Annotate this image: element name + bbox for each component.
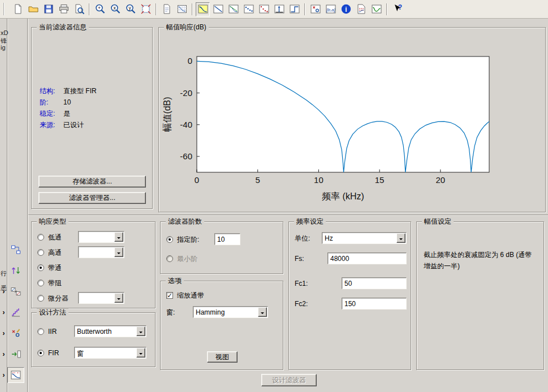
open-session-icon[interactable] bbox=[26, 2, 40, 16]
dropdown-button[interactable] bbox=[396, 233, 405, 243]
view-button[interactable]: 视图 bbox=[207, 351, 238, 363]
zoom-x-icon[interactable]: x bbox=[108, 2, 122, 16]
design-filter-icon[interactable] bbox=[7, 367, 24, 383]
clipped-text-fragment: xD bbox=[1, 29, 8, 36]
rail-row: › bbox=[0, 364, 28, 385]
pole-zero-editor-icon[interactable] bbox=[7, 325, 24, 341]
toolbar-grip[interactable] bbox=[3, 3, 6, 15]
whats-this-help-icon[interactable]: ? bbox=[390, 2, 404, 16]
response-option-differentiator[interactable]: 微分器 bbox=[37, 292, 152, 304]
highpass-type-dropdown[interactable] bbox=[78, 246, 124, 258]
panel-title: 响应类型 bbox=[37, 217, 68, 225]
set-quantization-parameters-icon[interactable] bbox=[7, 304, 24, 320]
magnitude-phase-icon[interactable] bbox=[226, 2, 240, 16]
import-filter-icon[interactable] bbox=[7, 346, 24, 362]
dropdown-button[interactable] bbox=[114, 232, 123, 242]
radio-iir[interactable] bbox=[37, 328, 44, 335]
fs-input[interactable] bbox=[327, 252, 407, 264]
expand-chevron-icon[interactable]: › bbox=[0, 288, 7, 295]
response-option-lowpass[interactable]: 低通 bbox=[37, 231, 152, 243]
radio-differentiator[interactable] bbox=[37, 295, 44, 302]
design-method-iir[interactable]: IIR Butterworth bbox=[37, 325, 152, 338]
radio-highpass[interactable] bbox=[37, 249, 44, 256]
fir-method-dropdown[interactable]: 窗 bbox=[74, 347, 146, 359]
phase-delay-icon[interactable] bbox=[257, 2, 271, 16]
panel-title: 滤波器阶数 bbox=[166, 217, 204, 225]
response-option-bandstop[interactable]: 带阻 bbox=[37, 277, 152, 289]
scale-passband-checkbox[interactable] bbox=[166, 292, 173, 299]
dropdown-value: 窗 bbox=[77, 349, 136, 359]
svg-text:i: i bbox=[345, 6, 347, 14]
x-axis-label: 频率 (kHz) bbox=[322, 191, 364, 201]
transform-filter-icon[interactable] bbox=[7, 284, 24, 299]
dropdown-button[interactable] bbox=[258, 307, 267, 317]
radio-lowpass[interactable] bbox=[37, 234, 44, 241]
legend-icon[interactable] bbox=[159, 2, 174, 16]
realize-model-icon[interactable] bbox=[7, 242, 24, 258]
filter-information-icon[interactable]: i bbox=[339, 2, 353, 16]
dropdown-button[interactable] bbox=[136, 348, 145, 358]
scale-passband-option[interactable]: 缩放通带 bbox=[166, 289, 279, 302]
expand-chevron-icon[interactable]: › bbox=[0, 371, 7, 379]
x-tick-label: 5 bbox=[256, 175, 260, 185]
dropdown-button[interactable] bbox=[136, 326, 145, 336]
expand-chevron-icon[interactable]: › bbox=[0, 308, 7, 316]
svg-text:[b,a]: [b,a] bbox=[326, 7, 335, 12]
window-dropdown[interactable]: Hamming bbox=[193, 306, 268, 318]
units-dropdown[interactable]: Hz bbox=[322, 232, 407, 244]
create-multirate-filter-icon[interactable] bbox=[7, 263, 24, 278]
group-delay-icon[interactable] bbox=[241, 2, 256, 16]
phase-response-icon[interactable] bbox=[211, 2, 225, 16]
design-method-fir[interactable]: FIR 窗 bbox=[37, 347, 152, 359]
magnitude-estimate-icon[interactable] bbox=[369, 2, 383, 16]
filter-specifications-icon[interactable] bbox=[354, 2, 368, 16]
design-filter-button[interactable]: 设计滤波器 bbox=[261, 374, 317, 386]
response-type-panel: 响应类型 低通 高通 带通 带阻 微分器 bbox=[31, 221, 156, 308]
impulse-response-icon[interactable] bbox=[272, 2, 286, 16]
zoom-y-icon[interactable]: y bbox=[123, 2, 137, 16]
magnitude-response-icon[interactable] bbox=[196, 2, 210, 16]
radio-label: 带通 bbox=[48, 263, 62, 273]
differentiator-type-dropdown[interactable] bbox=[78, 292, 124, 304]
iir-method-dropdown[interactable]: Butterworth bbox=[74, 325, 146, 337]
dropdown-button[interactable] bbox=[114, 293, 123, 303]
full-view-icon[interactable] bbox=[139, 2, 153, 16]
fc2-input[interactable] bbox=[342, 298, 407, 310]
response-option-highpass[interactable]: 高通 bbox=[37, 246, 152, 259]
radio-bandpass[interactable] bbox=[37, 264, 44, 271]
order-input[interactable] bbox=[214, 233, 240, 245]
dropdown-button[interactable] bbox=[114, 247, 123, 257]
radio-bandstop[interactable] bbox=[37, 280, 44, 286]
fc1-input[interactable] bbox=[342, 277, 407, 289]
store-filter-button[interactable]: 存储滤波器... bbox=[38, 176, 146, 188]
filter-order-minimum[interactable]: 最小阶 bbox=[166, 252, 279, 265]
radio-label: 微分器 bbox=[48, 294, 68, 303]
save-session-icon[interactable] bbox=[41, 2, 55, 16]
expand-chevron-icon[interactable]: › bbox=[0, 329, 7, 337]
fs-label: Fs: bbox=[295, 255, 304, 263]
lowpass-type-dropdown[interactable] bbox=[78, 231, 124, 243]
expand-chevron-icon[interactable]: › bbox=[0, 350, 7, 358]
print-preview-icon[interactable] bbox=[72, 2, 86, 16]
radio-specify-order[interactable] bbox=[166, 236, 173, 243]
info-label: 阶: bbox=[40, 97, 63, 108]
step-response-icon[interactable] bbox=[287, 2, 301, 16]
y-tick-label: -40 bbox=[180, 120, 192, 129]
magnitude-specs-panel: 幅值设定 截止频率处的衰减固定为 6 dB (通带增益的一半) bbox=[416, 221, 544, 370]
filter-order-specify[interactable]: 指定阶: bbox=[166, 233, 279, 246]
fc2-label: Fc2: bbox=[295, 300, 308, 308]
toolbar-separator bbox=[156, 3, 157, 15]
print-icon[interactable] bbox=[57, 2, 71, 16]
y-tick-label: -60 bbox=[180, 151, 192, 161]
radio-minimum-order[interactable] bbox=[166, 255, 173, 262]
filter-manager-button[interactable]: 滤波器管理器... bbox=[38, 192, 146, 204]
filter-coefficients-icon[interactable]: [b,a] bbox=[323, 2, 338, 16]
info-value: 已设计 bbox=[63, 121, 84, 129]
radio-fir[interactable] bbox=[37, 350, 44, 356]
zoom-in-icon[interactable]: + bbox=[93, 2, 107, 16]
new-session-icon[interactable] bbox=[11, 2, 25, 16]
radio-label: 低通 bbox=[48, 233, 62, 242]
pole-zero-plot-icon[interactable] bbox=[308, 2, 322, 16]
grid-icon[interactable] bbox=[175, 2, 189, 16]
response-option-bandpass[interactable]: 带通 bbox=[37, 262, 152, 274]
